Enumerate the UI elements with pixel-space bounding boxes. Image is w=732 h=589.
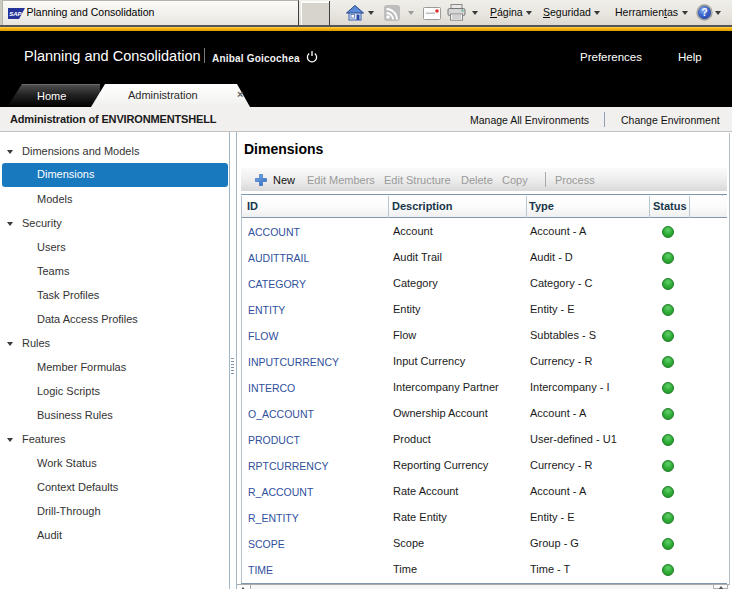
svg-text:SAP: SAP bbox=[9, 11, 22, 17]
svg-text:?: ? bbox=[702, 7, 708, 18]
